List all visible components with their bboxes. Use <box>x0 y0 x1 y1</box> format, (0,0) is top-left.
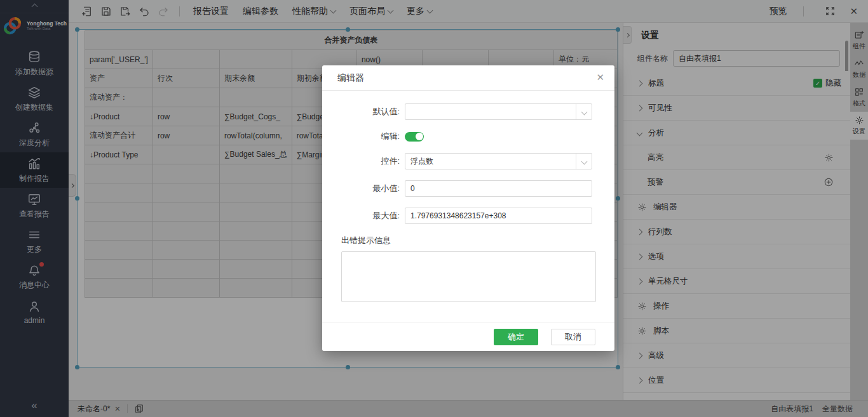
control-type-value[interactable] <box>405 154 576 169</box>
control-type-label: 控件: <box>322 156 405 167</box>
max-value-label: 最大值: <box>322 210 405 222</box>
min-value-label: 最小值: <box>322 183 405 194</box>
toggle-knob <box>416 133 423 140</box>
chevron-down-icon <box>581 109 587 115</box>
max-value-input[interactable] <box>405 208 592 224</box>
combobox-dropdown-button[interactable] <box>576 104 592 119</box>
min-value-input[interactable] <box>405 180 592 197</box>
modal-title: 编辑器 <box>337 72 364 84</box>
error-message-label: 出错提示信息 <box>341 235 614 246</box>
select-dropdown-button[interactable] <box>576 154 592 169</box>
default-value-combobox[interactable] <box>405 103 592 120</box>
chevron-down-icon <box>581 158 587 164</box>
edit-label: 编辑: <box>322 131 405 142</box>
modal-close-icon[interactable]: ✕ <box>596 72 604 83</box>
cancel-button[interactable]: 取消 <box>551 329 595 345</box>
edit-toggle[interactable] <box>405 132 424 142</box>
default-value-input[interactable] <box>405 104 576 119</box>
editor-modal: 编辑器 ✕ 默认值: 编辑: 控件: 最小值: 最大值: <box>322 65 614 351</box>
error-message-textarea[interactable] <box>341 251 596 302</box>
control-type-select[interactable] <box>405 153 592 169</box>
default-value-label: 默认值: <box>322 106 405 117</box>
ok-button[interactable]: 确定 <box>494 329 538 345</box>
